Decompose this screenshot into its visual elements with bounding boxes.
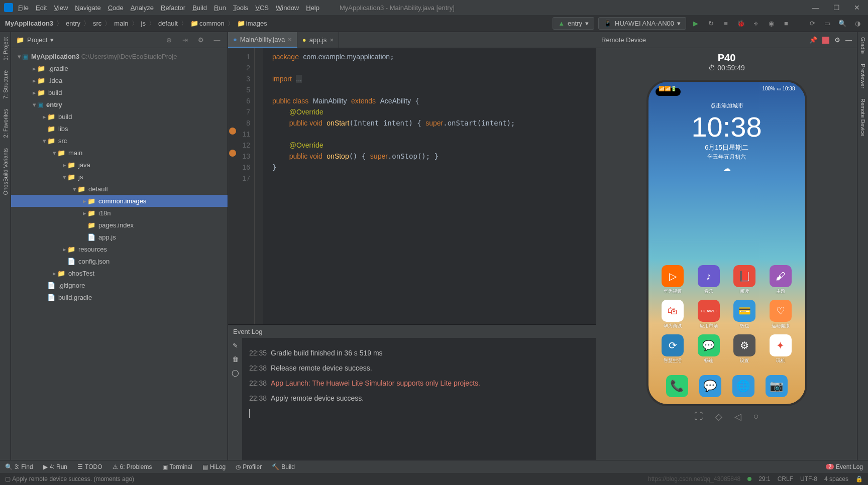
phone-app[interactable]: 💳钱包 (730, 300, 759, 329)
tool-window-tab[interactable]: Remote Device (860, 98, 866, 136)
phone-screen[interactable]: 📶📶🔋100% ▭ 10:38 点击添加城市 10:38 6月15日星期二 辛丑… (646, 80, 807, 406)
tree-node[interactable]: ▾📁js (11, 171, 228, 183)
tree-node[interactable]: ▸📁.idea (11, 74, 228, 86)
phone-app[interactable]: HUAWEI应用市场 (694, 300, 723, 329)
tool-window-tab[interactable]: 1: Project (3, 37, 9, 60)
tool-window-tab[interactable]: Previewer (860, 64, 866, 88)
filter-icon[interactable]: ◯ (232, 369, 239, 377)
profiler-tool[interactable]: ◷ Profiler (236, 463, 262, 470)
hide-icon[interactable]: — (211, 35, 223, 46)
breadcrumb-item[interactable]: 📁images (237, 20, 267, 27)
breadcrumb-item[interactable]: default (158, 20, 178, 27)
phone-app[interactable]: 💬畅连 (694, 334, 723, 364)
home-icon[interactable]: ○ (753, 411, 759, 422)
event-log-content[interactable]: 22:35Gradle build finished in 36 s 519 m… (242, 338, 596, 460)
debug-icon[interactable]: 🐞 (735, 18, 746, 29)
maximize-button[interactable]: ☐ (833, 4, 840, 12)
todo-tool[interactable]: ☰ TODO (77, 463, 102, 470)
tree-node[interactable]: ▾📁main (11, 147, 228, 159)
editor-tab[interactable]: ●MainAbility.java× (228, 32, 297, 48)
phone-app-grid[interactable]: ▷华为视频♪音乐📕阅读🖌主题🛍华为商城HUAWEI应用市场💳钱包♡运动健康⟳智慧… (648, 265, 805, 364)
close-icon[interactable]: × (330, 36, 334, 44)
tree-node-entry[interactable]: ▾▣entry (11, 98, 228, 110)
tree-node[interactable]: 📄build.gradle (11, 291, 228, 303)
breadcrumb-item[interactable]: 📁common (190, 20, 225, 27)
stop-icon[interactable]: ■ (781, 18, 792, 29)
phone-app[interactable]: ⚙设置 (730, 334, 759, 364)
project-view-selector[interactable]: 📁Project▾ (16, 36, 54, 44)
menu-refactor[interactable]: Refactor (161, 4, 185, 12)
tree-node[interactable]: ▸📁resources (11, 243, 228, 255)
line-ending[interactable]: CRLF (778, 475, 793, 482)
phone-dock-app[interactable]: 📷 (766, 375, 788, 397)
screenshot-icon[interactable]: ⛶ (694, 411, 703, 422)
menu-run[interactable]: Run (214, 4, 226, 12)
menu-vcs[interactable]: VCS (255, 4, 269, 12)
breadcrumb-item[interactable]: main (114, 20, 128, 27)
event-log-entry[interactable]: 22:38App Launch: The Huawei Lite Simulat… (249, 379, 589, 387)
event-log-entry[interactable]: 22:35Gradle build finished in 36 s 519 m… (249, 349, 589, 357)
tree-node-selected[interactable]: ▸📁common.images (11, 195, 228, 207)
lock-icon[interactable]: 🔒 (855, 475, 863, 482)
device-selector[interactable]: 📱HUAWEI ANA-AN00▾ (598, 17, 686, 30)
problems-tool[interactable]: ⚠ 6: Problems (113, 463, 152, 470)
back-icon[interactable]: ◁ (734, 411, 741, 422)
menu-help[interactable]: Help (306, 4, 319, 12)
sync-icon[interactable]: ⟳ (807, 18, 818, 29)
run-button[interactable]: ▶ (690, 18, 701, 29)
tree-node[interactable]: ▸📁build (11, 86, 228, 98)
tree-node[interactable]: ▸📁java (11, 159, 228, 171)
collapse-icon[interactable]: ⇥ (179, 35, 190, 46)
phone-app[interactable]: ✦玩机 (766, 334, 795, 364)
tree-node[interactable]: 📁pages.index (11, 219, 228, 231)
close-button[interactable]: ✕ (854, 4, 860, 12)
tree-node[interactable]: ▸📁build (11, 110, 228, 123)
phone-app[interactable]: ♡运动健康 (766, 300, 795, 329)
menu-window[interactable]: Window (276, 4, 299, 12)
phone-dock-app[interactable]: 🌐 (732, 375, 754, 397)
phone-dock-app[interactable]: 💬 (699, 375, 721, 397)
phone-app[interactable]: 📕阅读 (730, 265, 759, 295)
tree-node[interactable]: ▸📁i18n (11, 207, 228, 219)
menu-analyze[interactable]: Analyze (131, 4, 154, 12)
event-log-entry[interactable]: 22:38Release remote device success. (249, 364, 589, 372)
tree-root[interactable]: ▾▣ MyApplication3 C:\Users\myj\DevEcoStu… (11, 50, 228, 62)
code-area[interactable]: 12356781112131617 package com.example.my… (228, 48, 596, 324)
search-icon[interactable]: 🔍 (837, 18, 848, 29)
coverage-icon[interactable]: ≡ (720, 18, 731, 29)
hide-icon[interactable]: — (845, 36, 852, 44)
menu-tools[interactable]: Tools (233, 4, 248, 12)
tree-node[interactable]: ▸📁ohosTest (11, 267, 228, 279)
profile-icon[interactable]: ◉ (766, 18, 777, 29)
tree-node[interactable]: ▾📁src (11, 135, 228, 147)
event-log-entry[interactable]: 22:38Apply remote device success. (249, 394, 589, 402)
event-log-tool[interactable]: 2 Event Log (826, 463, 863, 470)
fold-column[interactable] (254, 48, 263, 324)
breadcrumb-item[interactable]: js (141, 20, 146, 27)
gear-icon[interactable]: ⚙ (834, 36, 840, 44)
hilog-tool[interactable]: ▤ HiLog (202, 463, 226, 470)
trash-icon[interactable]: 🗑 (232, 355, 239, 363)
tree-node[interactable]: ▸📁.gradle (11, 62, 228, 74)
indent[interactable]: 4 spaces (824, 475, 848, 482)
phone-app[interactable]: 🖌主题 (766, 265, 795, 295)
close-icon[interactable]: × (288, 36, 292, 43)
avd-icon[interactable]: ▭ (822, 18, 833, 29)
cursor-position[interactable]: 29:1 (758, 475, 770, 482)
phone-app[interactable]: ♪音乐 (694, 265, 723, 295)
tree-node[interactable]: 📄app.js (11, 231, 228, 243)
menu-edit[interactable]: Edit (36, 4, 47, 12)
phone-app[interactable]: ⟳智慧生活 (659, 334, 688, 364)
breadcrumb-item[interactable]: src (93, 20, 101, 27)
run-config-selector[interactable]: ▲entry▾ (553, 17, 594, 30)
menu-view[interactable]: View (54, 4, 68, 12)
help-icon[interactable]: ◑ (852, 18, 863, 29)
edit-icon[interactable]: ✎ (233, 342, 238, 349)
phone-app[interactable]: ▷华为视频 (659, 265, 688, 295)
phone-app[interactable]: 🛍华为商城 (659, 300, 688, 329)
menu-code[interactable]: Code (108, 4, 124, 12)
encoding[interactable]: UTF-8 (800, 475, 817, 482)
menu-build[interactable]: Build (192, 4, 207, 12)
terminal-tool[interactable]: ▣ Terminal (162, 463, 192, 470)
find-tool[interactable]: 🔍 3: Find (5, 463, 33, 470)
